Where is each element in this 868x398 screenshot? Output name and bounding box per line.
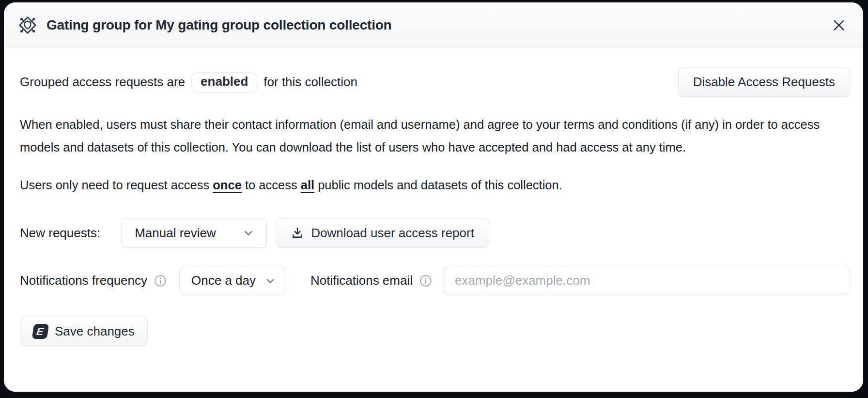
note-all: all [301,178,314,192]
notifications-email-label: Notifications email [310,273,413,288]
notifications-email-input[interactable] [443,267,850,294]
gated-group-icon [17,15,38,35]
gating-description: When enabled, users must share their con… [20,113,850,159]
gating-group-modal: Gating group for My gating group collect… [4,2,863,392]
note-once: once [213,178,242,192]
notifications-frequency-select[interactable]: Once a day [179,267,286,294]
modal-body: Grouped access requests are enabled for … [4,48,863,392]
download-icon [291,226,304,240]
save-changes-label: Save changes [55,324,135,339]
note-middle: to access [242,178,301,192]
status-row: Grouped access requests are enabled for … [20,67,850,97]
new-requests-select[interactable]: Manual review [122,218,267,248]
request-once-note: Users only need to request access once t… [20,174,850,197]
save-changes-button[interactable]: E Save changes [20,317,148,346]
download-report-label: Download user access report [311,226,474,241]
new-requests-label: New requests: [20,226,100,241]
chevron-down-icon [242,227,255,239]
status-text: Grouped access requests are enabled for … [20,72,357,92]
status-badge: enabled [191,72,257,92]
enterprise-icon: E [32,324,49,339]
notifications-frequency-label: Notifications frequency [20,273,147,288]
new-requests-row: New requests: Manual review Download use… [20,218,850,248]
status-text-after: for this collection [264,75,357,90]
new-requests-select-value: Manual review [135,226,216,241]
modal-title: Gating group for My gating group collect… [46,17,821,33]
close-icon[interactable] [829,15,849,35]
download-report-button[interactable]: Download user access report [276,218,489,248]
modal-header: Gating group for My gating group collect… [4,2,863,48]
note-suffix: public models and datasets of this colle… [314,178,562,192]
info-icon [154,275,167,287]
chevron-down-icon [264,275,276,287]
notifications-row: Notifications frequency Once a day Notif… [20,267,850,294]
info-icon [419,275,432,287]
note-prefix: Users only need to request access [20,178,213,192]
status-text-before: Grouped access requests are [20,75,185,90]
disable-access-requests-button[interactable]: Disable Access Requests [678,67,850,97]
notifications-frequency-value: Once a day [191,273,256,288]
